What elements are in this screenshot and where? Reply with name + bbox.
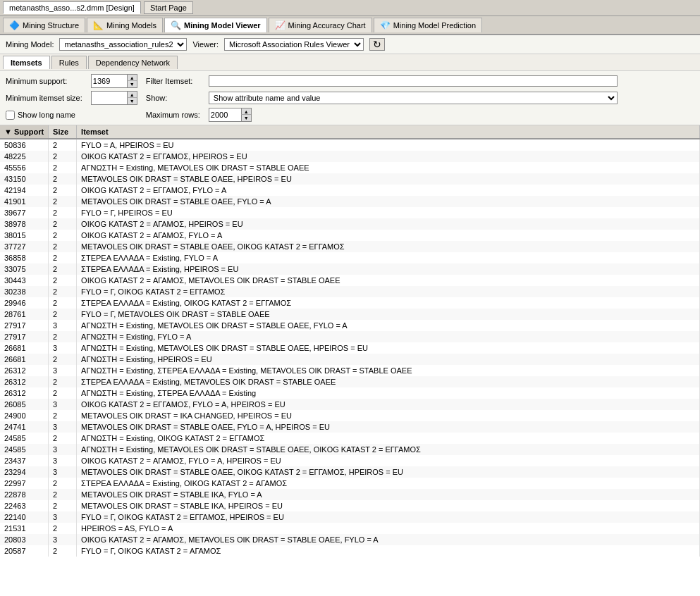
- min-support-down[interactable]: ▼: [127, 81, 137, 87]
- table-row[interactable]: 30443 2 OIKOG KATAST 2 = ΑΓΑΜΟΣ, METAVOL…: [0, 275, 700, 286]
- table-row[interactable]: 22463 2 METAVOLES OIK DRAST = STABLE IKA…: [0, 500, 700, 511]
- table-row[interactable]: 26312 2 ΑΓΝΩΣΤΗ = Existing, ΣΤΕΡΕΑ ΕΛΛΑΔ…: [0, 387, 700, 399]
- tab-mining-model-prediction[interactable]: 💎 Mining Model Prediction: [374, 18, 482, 32]
- table-row[interactable]: 42194 2 OIKOG KATAST 2 = ΕΓΓΑΜΟΣ, FYLO =…: [0, 185, 700, 196]
- table-row[interactable]: 23437 3 OIKOG KATAST 2 = ΑΓΑΜΟΣ, FYLO = …: [0, 455, 700, 466]
- filter-itemset-label: Filter Itemset:: [146, 77, 200, 85]
- table-row[interactable]: 27917 3 ΑΓΝΩΣΤΗ = Existing, METAVOLES OI…: [0, 320, 700, 331]
- table-row[interactable]: 22878 2 METAVOLES OIK DRAST = STABLE IKA…: [0, 489, 700, 500]
- cell-itemset: OIKOG KATAST 2 = ΕΓΓΑΜΟΣ, FYLO = A: [77, 185, 700, 196]
- max-rows-up[interactable]: ▲: [241, 108, 251, 115]
- min-support-up[interactable]: ▲: [127, 75, 137, 81]
- table-row[interactable]: 48225 2 OIKOG KATAST 2 = ΕΓΓΑΜΟΣ, HPEIRO…: [0, 151, 700, 162]
- sub-tab-dependency-network[interactable]: Dependency Network: [88, 56, 178, 69]
- cell-size: 3: [49, 534, 77, 545]
- max-rows-down[interactable]: ▼: [241, 115, 251, 121]
- start-page-tab[interactable]: Start Page: [144, 1, 193, 14]
- table-row[interactable]: 38978 2 OIKOG KATAST 2 = ΑΓΑΜΟΣ, HPEIROS…: [0, 218, 700, 230]
- col-header-itemset[interactable]: Itemset: [77, 125, 700, 139]
- table-row[interactable]: 36858 2 ΣΤΕΡΕΑ ΕΛΛΑΔΑ = Existing, FYLO =…: [0, 252, 700, 263]
- cell-support: 23294: [0, 466, 49, 478]
- min-itemset-size-down[interactable]: ▼: [127, 98, 137, 104]
- table-row[interactable]: 20803 3 OIKOG KATAST 2 = ΑΓΑΜΟΣ, METAVOL…: [0, 534, 700, 545]
- table-row[interactable]: 26312 3 ΑΓΝΩΣΤΗ = Existing, ΣΤΕΡΕΑ ΕΛΛΑΔ…: [0, 365, 700, 376]
- table-row[interactable]: 33075 2 ΣΤΕΡΕΑ ΕΛΛΑΔΑ = Existing, HPEIRO…: [0, 263, 700, 275]
- table-row[interactable]: 24585 3 ΑΓΝΩΣΤΗ = Existing, METAVOLES OI…: [0, 444, 700, 455]
- cell-size: 3: [49, 444, 77, 455]
- refresh-button[interactable]: ↻: [369, 38, 385, 51]
- table-row[interactable]: 24741 3 METAVOLES OIK DRAST = STABLE OAE…: [0, 421, 700, 433]
- table-container[interactable]: ▼ Support Size Itemset 50836 2 FYLO = A,…: [0, 125, 700, 596]
- table-row[interactable]: 38015 2 OIKOG KATAST 2 = ΑΓΑΜΟΣ, FYLO = …: [0, 230, 700, 241]
- table-row[interactable]: 37727 2 METAVOLES OIK DRAST = STABLE OAE…: [0, 241, 700, 252]
- cell-support: 41901: [0, 196, 49, 207]
- col-header-size[interactable]: Size: [49, 125, 77, 139]
- cell-size: 2: [49, 545, 77, 557]
- cell-support: 30443: [0, 275, 49, 286]
- table-row[interactable]: 26312 2 ΣΤΕΡΕΑ ΕΛΛΑΔΑ = Existing, METAVO…: [0, 376, 700, 387]
- table-row[interactable]: 23294 3 METAVOLES OIK DRAST = STABLE OAE…: [0, 466, 700, 478]
- table-row[interactable]: 24585 2 ΑΓΝΩΣΤΗ = Existing, OIKOG KATAST…: [0, 433, 700, 444]
- mining-structure-icon: 🔷: [9, 20, 20, 30]
- cell-itemset: ΑΓΝΩΣΤΗ = Existing, ΣΤΕΡΕΑ ΕΛΛΑΔΑ = Exis…: [77, 365, 700, 376]
- table-row[interactable]: 22997 2 ΣΤΕΡΕΑ ΕΛΛΑΔΑ = Existing, OIKOG …: [0, 478, 700, 489]
- options-area: Minimum support: ▲ ▼ Filter Itemset: Min…: [0, 71, 700, 125]
- show-long-name-checkbox[interactable]: [6, 111, 15, 120]
- tab-mining-model-prediction-label: Mining Model Prediction: [393, 21, 476, 30]
- cell-itemset: METAVOLES OIK DRAST = STABLE OAEE, FYLO …: [77, 421, 700, 433]
- max-rows-input[interactable]: [209, 110, 241, 120]
- table-row[interactable]: 43150 2 METAVOLES OIK DRAST = STABLE OAE…: [0, 173, 700, 185]
- cell-support: 39677: [0, 207, 49, 218]
- tab-mining-accuracy-chart[interactable]: 📈 Mining Accuracy Chart: [269, 18, 372, 32]
- table-row[interactable]: 39677 2 FYLO = Γ, HPEIROS = EU: [0, 207, 700, 218]
- table-row[interactable]: 30238 2 FYLO = Γ, OIKOG KATAST 2 = ΕΓΓΑΜ…: [0, 286, 700, 297]
- cell-support: 22878: [0, 489, 49, 500]
- filter-itemset-input[interactable]: [209, 75, 618, 87]
- sub-tab-itemsets[interactable]: Itemsets: [3, 56, 50, 69]
- cell-itemset: METAVOLES OIK DRAST = STABLE OAEE, HPEIR…: [77, 173, 700, 185]
- cell-itemset: ΑΓΝΩΣΤΗ = Existing, ΣΤΕΡΕΑ ΕΛΛΑΔΑ = Exis…: [77, 387, 700, 399]
- table-row[interactable]: 24900 2 METAVOLES OIK DRAST = IKA CHANGE…: [0, 410, 700, 421]
- cell-support: 24585: [0, 433, 49, 444]
- table-row[interactable]: 21531 2 HPEIROS = AS, FYLO = A: [0, 523, 700, 534]
- min-support-input[interactable]: [92, 76, 127, 86]
- viewer-select[interactable]: Microsoft Association Rules Viewer: [224, 38, 364, 51]
- table-row[interactable]: 22140 3 FYLO = Γ, OIKOG KATAST 2 = ΕΓΓΑΜ…: [0, 511, 700, 523]
- col-header-support[interactable]: ▼ Support: [0, 125, 49, 139]
- table-row[interactable]: 26085 3 OIKOG KATAST 2 = ΕΓΓΑΜΟΣ, FYLO =…: [0, 399, 700, 410]
- table-row[interactable]: 26681 3 ΑΓΝΩΣΤΗ = Existing, METAVOLES OI…: [0, 342, 700, 354]
- tab-mining-model-viewer[interactable]: 🔍 Mining Model Viewer: [164, 18, 267, 32]
- min-support-label: Minimum support:: [6, 77, 82, 85]
- cell-size: 2: [49, 218, 77, 230]
- cell-support: 26085: [0, 399, 49, 410]
- cell-size: 3: [49, 320, 77, 331]
- table-row[interactable]: 28761 2 FYLO = Γ, METAVOLES OIK DRAST = …: [0, 309, 700, 320]
- show-select[interactable]: Show attribute name and value: [209, 92, 618, 104]
- table-row[interactable]: 50836 2 FYLO = A, HPEIROS = EU: [0, 139, 700, 151]
- mining-model-select[interactable]: metanasths_association_rules2: [59, 38, 187, 51]
- table-row[interactable]: 29946 2 ΣΤΕΡΕΑ ΕΛΛΑΔΑ = Existing, OIKOG …: [0, 297, 700, 309]
- tab-mining-models[interactable]: 📐 Mining Models: [87, 18, 163, 32]
- tab-mining-structure[interactable]: 🔷 Mining Structure: [3, 18, 85, 32]
- cell-size: 2: [49, 309, 77, 320]
- mining-model-viewer-icon: 🔍: [171, 20, 181, 30]
- cell-support: 38015: [0, 230, 49, 241]
- min-itemset-size-up[interactable]: ▲: [127, 92, 137, 98]
- cell-size: 2: [49, 331, 77, 342]
- cell-itemset: FYLO = A, HPEIROS = EU: [77, 139, 700, 151]
- table-row[interactable]: 45556 2 ΑΓΝΩΣΤΗ = Existing, METAVOLES OI…: [0, 162, 700, 173]
- min-itemset-size-input[interactable]: [92, 93, 127, 103]
- max-rows-spinner[interactable]: ▲ ▼: [209, 108, 252, 122]
- design-tab[interactable]: metanasths_asso...s2.dmm [Design]: [3, 1, 141, 14]
- min-itemset-size-spinner[interactable]: ▲ ▼: [91, 91, 137, 105]
- table-row[interactable]: 26681 2 ΑΓΝΩΣΤΗ = Existing, HPEIROS = EU: [0, 354, 700, 365]
- cell-size: 3: [49, 399, 77, 410]
- min-support-spinner[interactable]: ▲ ▼: [91, 74, 137, 88]
- table-row[interactable]: 27917 2 ΑΓΝΩΣΤΗ = Existing, FYLO = A: [0, 331, 700, 342]
- table-row[interactable]: 41901 2 METAVOLES OIK DRAST = STABLE OAE…: [0, 196, 700, 207]
- col-size-label: Size: [53, 128, 68, 136]
- cell-size: 2: [49, 162, 77, 173]
- cell-itemset: ΑΓΝΩΣΤΗ = Existing, HPEIROS = EU: [77, 354, 700, 365]
- table-row[interactable]: 20587 2 FYLO = Γ, OIKOG KATAST 2 = ΑΓΑΜΟ…: [0, 545, 700, 557]
- sub-tab-rules[interactable]: Rules: [51, 56, 87, 69]
